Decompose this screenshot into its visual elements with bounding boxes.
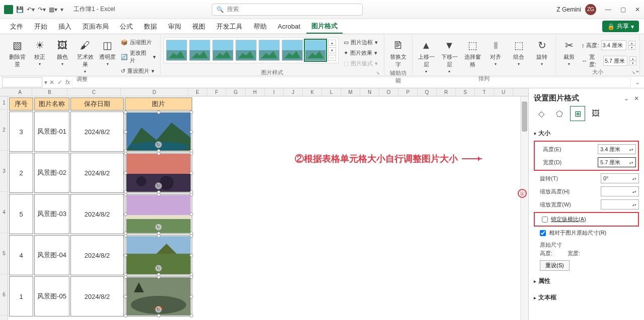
pane-tab-picture-icon[interactable]: 🖼 <box>588 106 603 121</box>
cell-picture[interactable]: ↻ <box>125 153 192 193</box>
style-thumb-6[interactable] <box>282 40 303 61</box>
change-picture-button[interactable]: 🔄 更改图片 ▾ <box>120 49 157 65</box>
col-header-G[interactable]: G <box>226 88 246 96</box>
tab-review[interactable]: 审阅 <box>163 20 186 33</box>
cell-name[interactable]: 风景图-05 <box>34 276 69 316</box>
cell-date[interactable]: 2024/8/2 <box>70 153 124 193</box>
cell-seq[interactable]: 5 <box>9 194 33 234</box>
rotate-handle-icon[interactable]: ↻ <box>155 224 162 231</box>
picture-style-gallery[interactable]: ▴▾⋯ <box>164 37 339 63</box>
style-thumb-1[interactable] <box>166 40 187 61</box>
cell-name[interactable]: 风景图-04 <box>34 235 69 275</box>
col-header-M[interactable]: M <box>341 88 360 96</box>
styles-launcher-icon[interactable]: ↘ <box>164 70 380 75</box>
row-header-3[interactable]: 3 <box>0 151 8 192</box>
col-header-C[interactable]: C <box>67 88 121 96</box>
rotate-button[interactable]: ↻旋转▾ <box>531 37 552 67</box>
tab-picture-format[interactable]: 图片格式 <box>306 20 343 34</box>
minimize-icon[interactable]: — <box>605 6 611 13</box>
avatar[interactable]: ZG <box>585 4 596 15</box>
tab-layout[interactable]: 页面布局 <box>77 20 114 33</box>
tab-file[interactable]: 文件 <box>5 20 28 33</box>
tab-insert[interactable]: 插入 <box>53 20 76 33</box>
tab-home[interactable]: 开始 <box>29 20 52 33</box>
pane-scale-w-input[interactable]: ▴▾ <box>601 199 639 209</box>
close-icon[interactable]: ✕ <box>635 6 640 13</box>
pane-scale-h-input[interactable]: ▴▾ <box>601 186 639 196</box>
col-header-H[interactable]: H <box>246 88 265 96</box>
align-button[interactable]: ⫴对齐▾ <box>485 37 506 67</box>
col-header-N[interactable]: N <box>360 88 379 96</box>
cell-date[interactable]: 2024/8/2 <box>70 112 124 152</box>
row-header-4[interactable]: 4 <box>0 192 8 233</box>
style-thumb-7[interactable] <box>305 40 326 61</box>
col-header-U[interactable]: U <box>494 88 513 96</box>
picture-layout-button[interactable]: ⬚ 图片版式 ▾ <box>343 59 379 68</box>
vertical-scrollbar[interactable] <box>520 96 528 320</box>
cell-picture[interactable]: ↻ <box>125 112 192 152</box>
rotate-handle-icon[interactable]: ↻ <box>155 182 162 189</box>
col-header-O[interactable]: O <box>379 88 398 96</box>
section-properties[interactable]: ▸属性 <box>534 275 639 287</box>
rotate-handle-icon[interactable]: ↻ <box>155 141 162 148</box>
pane-options-icon[interactable]: ⌄ <box>624 95 629 102</box>
maximize-icon[interactable]: ▢ <box>620 6 626 13</box>
style-thumb-3[interactable] <box>212 40 233 61</box>
width-down[interactable]: ▾ <box>629 61 636 65</box>
user-name[interactable]: Z Gemini <box>556 6 581 13</box>
tab-dev[interactable]: 开发工具 <box>211 20 248 33</box>
row-header-2[interactable]: 2 <box>0 110 8 151</box>
tab-formula[interactable]: 公式 <box>115 20 138 33</box>
cell-seq[interactable]: 3 <box>9 112 33 152</box>
search-input[interactable]: 🔍 搜索 <box>212 4 363 16</box>
corrections-button[interactable]: ☀校正▾ <box>30 37 50 67</box>
redo-icon[interactable]: ↷▾ <box>38 6 46 13</box>
col-header-E[interactable]: E <box>188 88 207 96</box>
send-backward-button[interactable]: ▼下移一层▾ <box>439 37 460 75</box>
artistic-effects-button[interactable]: 🖌艺术效果▾ <box>75 37 96 75</box>
style-thumb-5[interactable] <box>259 40 280 61</box>
tab-acrobat[interactable]: Acrobat <box>273 21 305 32</box>
col-header-L[interactable]: L <box>322 88 341 96</box>
col-header-I[interactable]: I <box>265 88 284 96</box>
style-thumb-4[interactable] <box>235 40 257 61</box>
cell-seq[interactable]: 4 <box>9 235 33 275</box>
qat-dropdown-icon[interactable]: ▦▾ <box>49 6 57 13</box>
tab-view[interactable]: 视图 <box>187 20 210 33</box>
cell-picture[interactable]: ↻ <box>125 276 192 316</box>
width-up[interactable]: ▴ <box>629 56 636 61</box>
col-header-J[interactable]: J <box>284 88 303 96</box>
row-header-1[interactable]: 1 <box>0 96 8 110</box>
cell-seq[interactable]: 1 <box>9 276 33 316</box>
tab-data[interactable]: 数据 <box>139 20 162 33</box>
cell-date[interactable]: 2024/8/2 <box>70 235 124 275</box>
cell-date[interactable]: 2024/8/2 <box>70 276 124 316</box>
alt-text-button[interactable]: 🖹替换文字 <box>387 37 409 69</box>
col-header-T[interactable]: T <box>475 88 494 96</box>
col-header-S[interactable]: S <box>456 88 475 96</box>
style-thumb-2[interactable] <box>189 40 210 61</box>
bring-forward-button[interactable]: ▲上移一层▾ <box>416 37 437 75</box>
expand-formula-icon[interactable]: ⌄ <box>633 79 642 86</box>
row-header-6[interactable]: 6 <box>0 274 8 315</box>
compress-button[interactable]: 📦 压缩图片 <box>120 38 157 47</box>
tab-help[interactable]: 帮助 <box>249 20 272 33</box>
cell-picture[interactable]: ↻ <box>125 235 192 275</box>
qat-more-icon[interactable]: ▾ <box>60 6 63 13</box>
row-header-5[interactable]: 5 <box>0 233 8 274</box>
col-header-B[interactable]: B <box>32 88 67 96</box>
cell-seq[interactable]: 2 <box>9 153 33 193</box>
save-icon[interactable]: 💾 <box>16 6 24 13</box>
cell-name[interactable]: 风景图-03 <box>34 194 69 234</box>
lock-aspect-checkbox[interactable]: 锁定纵横比(A) <box>536 214 637 225</box>
reset-picture-button[interactable]: ↺ 重设图片 ▾ <box>120 67 157 75</box>
col-header-D[interactable]: D <box>121 88 188 96</box>
undo-icon[interactable]: ↶▾ <box>27 6 35 13</box>
selection-pane-button[interactable]: ⬚选择窗格 <box>462 37 483 69</box>
height-up[interactable]: ▴ <box>628 41 635 45</box>
section-size[interactable]: ▾大小 <box>534 127 639 140</box>
color-button[interactable]: 🖼颜色▾ <box>52 37 73 67</box>
pane-rotate-input[interactable]: 0°▴▾ <box>601 173 639 183</box>
gallery-more[interactable]: ▴▾⋯ <box>328 40 336 61</box>
pane-tab-effects-icon[interactable]: ⬠ <box>552 106 567 121</box>
